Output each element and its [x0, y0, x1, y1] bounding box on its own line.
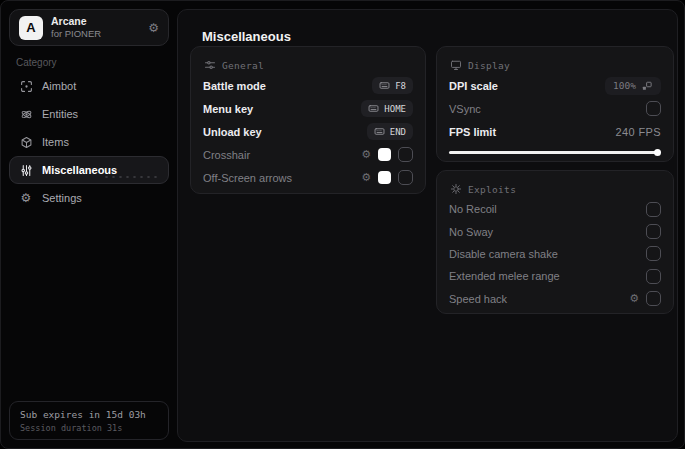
app-logo: A — [19, 16, 43, 40]
scale-resize-icon — [641, 80, 653, 92]
fps-limit-value: 240 FPS — [615, 126, 661, 138]
offscreen-arrows-checkbox[interactable] — [398, 170, 413, 185]
panel-display: Display DPI scale 100% VSync — [436, 46, 674, 162]
setting-label: FPS limit — [449, 126, 496, 138]
main-content: Miscellaneous General Battle mode — [177, 9, 678, 442]
keyboard-icon — [368, 103, 379, 114]
gear-icon[interactable]: ⚙ — [361, 149, 371, 160]
session-duration-text: Session duration 31s — [20, 423, 158, 433]
aimbot-crosshair-icon — [19, 79, 33, 93]
setting-row-battle-mode: Battle mode F8 — [203, 74, 413, 97]
entities-atom-icon — [19, 107, 33, 121]
setting-row-fps-limit: FPS limit 240 FPS — [449, 120, 661, 143]
setting-label: No Sway — [449, 226, 493, 238]
exploits-hazard-icon — [449, 183, 462, 196]
keyboard-icon — [379, 80, 390, 91]
category-label: Category — [16, 57, 57, 68]
setting-label: Speed hack — [449, 293, 507, 305]
keybind-value: HOME — [384, 104, 406, 114]
setting-row-offscreen-arrows: Off-Screen arrows ⚙ — [203, 166, 413, 189]
slider-knob[interactable] — [654, 149, 661, 156]
subscription-footer: Sub expires in 15d 03h Session duration … — [9, 401, 169, 440]
setting-row-extended-melee-range: Extended melee range — [449, 265, 661, 287]
setting-label: Crosshair — [203, 149, 250, 161]
setting-label: Disable camera shake — [449, 248, 558, 260]
crosshair-checkbox[interactable] — [398, 147, 413, 162]
gear-icon[interactable]: ⚙ — [629, 293, 639, 304]
monitor-icon — [449, 59, 462, 72]
setting-label: Unload key — [203, 126, 262, 138]
panel-exploits-title: Exploits — [468, 184, 516, 195]
speed-hack-checkbox[interactable] — [646, 291, 661, 306]
sidebar: A Arcane for PIONER ⚙ Category Aimbot — [1, 1, 177, 448]
setting-label: Off-Screen arrows — [203, 172, 292, 184]
app-tagline: for PIONER — [51, 28, 101, 40]
extended-melee-range-checkbox[interactable] — [646, 269, 661, 284]
setting-row-crosshair: Crosshair ⚙ — [203, 143, 413, 166]
setting-row-menu-key: Menu key HOME — [203, 97, 413, 120]
sidebar-item-label: Aimbot — [42, 80, 76, 92]
vsync-checkbox[interactable] — [646, 101, 661, 116]
dots-texture — [103, 174, 161, 180]
setting-row-no-recoil: No Recoil — [449, 198, 661, 220]
panel-display-header: Display — [449, 56, 661, 74]
fps-limit-slider[interactable] — [449, 149, 661, 156]
sliders-icon — [19, 163, 33, 177]
setting-row-speed-hack: Speed hack ⚙ — [449, 288, 661, 310]
panel-general: General Battle mode F8 Menu key — [190, 46, 426, 194]
keybind-value: END — [390, 127, 406, 137]
page-title: Miscellaneous — [202, 29, 291, 44]
gear-icon: ⚙ — [19, 191, 33, 205]
app-name: Arcane — [51, 15, 101, 28]
panel-general-title: General — [222, 60, 264, 71]
setting-label: VSync — [449, 103, 481, 115]
sidebar-item-settings[interactable]: ⚙ Settings — [9, 184, 169, 212]
panel-exploits: Exploits No Recoil No Sway Disable camer… — [436, 170, 674, 314]
sidebar-item-label: Settings — [42, 192, 82, 204]
panel-display-title: Display — [468, 60, 510, 71]
keybind-value: F8 — [395, 81, 406, 91]
setting-row-unload-key: Unload key END — [203, 120, 413, 143]
setting-label: Menu key — [203, 103, 253, 115]
keybind-button[interactable]: END — [367, 123, 413, 140]
crosshair-controls: ⚙ — [361, 147, 413, 162]
setting-label: DPI scale — [449, 80, 498, 92]
setting-label: Battle mode — [203, 80, 266, 92]
keybind-button[interactable]: F8 — [372, 77, 413, 94]
dpi-scale-value: 100% — [613, 80, 636, 91]
offscreen-controls: ⚙ — [361, 170, 413, 185]
gear-icon[interactable]: ⚙ — [361, 172, 371, 183]
setting-label: Extended melee range — [449, 270, 560, 282]
setting-label: No Recoil — [449, 203, 497, 215]
sidebar-nav: Aimbot Entities — [9, 72, 169, 212]
gear-icon[interactable]: ⚙ — [148, 22, 159, 34]
sidebar-item-label: Entities — [42, 108, 78, 120]
no-sway-checkbox[interactable] — [646, 224, 661, 239]
color-swatch[interactable] — [378, 171, 391, 184]
brand-text: Arcane for PIONER — [51, 15, 101, 40]
setting-row-vsync: VSync — [449, 97, 661, 120]
color-swatch[interactable] — [378, 148, 391, 161]
sidebar-item-entities[interactable]: Entities — [9, 100, 169, 128]
speed-hack-controls: ⚙ — [629, 291, 661, 306]
sidebar-item-items[interactable]: Items — [9, 128, 169, 156]
no-recoil-checkbox[interactable] — [646, 202, 661, 217]
keyboard-icon — [374, 126, 385, 137]
dpi-scale-button[interactable]: 100% — [605, 77, 661, 95]
general-sliders-icon — [203, 59, 216, 72]
brand-card: A Arcane for PIONER ⚙ — [9, 9, 169, 46]
sidebar-item-aimbot[interactable]: Aimbot — [9, 72, 169, 100]
setting-row-disable-camera-shake: Disable camera shake — [449, 243, 661, 265]
setting-row-no-sway: No Sway — [449, 220, 661, 242]
disable-camera-shake-checkbox[interactable] — [646, 246, 661, 261]
setting-row-dpi-scale: DPI scale 100% — [449, 74, 661, 97]
sidebar-item-miscellaneous[interactable]: Miscellaneous — [9, 156, 169, 184]
items-box-icon — [19, 135, 33, 149]
keybind-button[interactable]: HOME — [361, 100, 413, 117]
app-window: A Arcane for PIONER ⚙ Category Aimbot — [0, 0, 685, 449]
slider-fill — [449, 151, 659, 154]
panel-exploits-header: Exploits — [449, 180, 661, 198]
sidebar-item-label: Items — [42, 136, 69, 148]
panel-general-header: General — [203, 56, 413, 74]
sub-expires-text: Sub expires in 15d 03h — [20, 409, 158, 420]
